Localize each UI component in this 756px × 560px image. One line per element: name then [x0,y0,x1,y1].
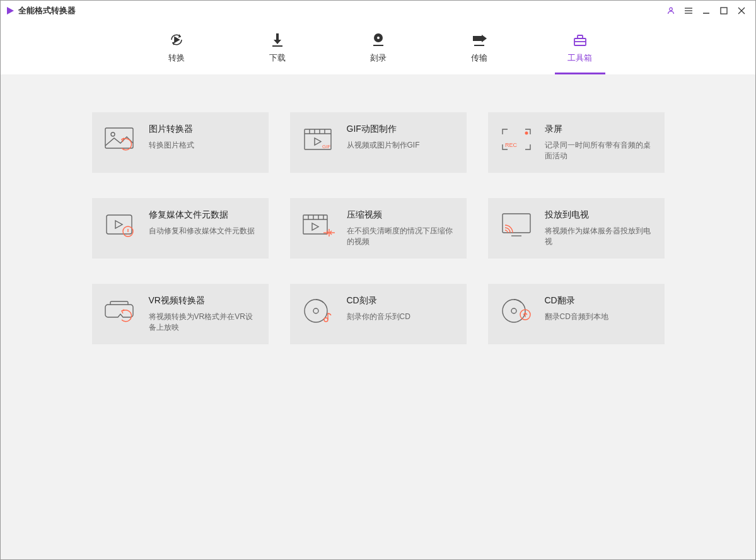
card-title: CD刻录 [347,295,457,306]
app-title: 全能格式转换器 [18,5,76,16]
card-desc: 将视频作为媒体服务器投放到电视 [545,226,654,247]
svg-point-23 [111,132,115,136]
tool-image-converter[interactable]: 图片转换器 转换图片格式 [92,112,269,173]
main-nav: 转换 下载 刻录 传输 工具箱 [1,21,755,74]
card-title: 投放到电视 [545,209,654,221]
vr-converter-icon [102,295,140,327]
svg-marker-30 [315,138,321,145]
nav-toolbox[interactable]: 工具箱 [555,27,605,74]
svg-marker-11 [274,40,281,44]
svg-marker-17 [482,35,487,42]
svg-rect-22 [105,128,133,148]
svg-rect-6 [721,8,727,14]
tool-cd-rip[interactable]: CD翻录 翻录CD音频到本地 [488,284,665,344]
titlebar: 全能格式转换器 [1,1,755,21]
cast-to-tv-icon [498,209,536,241]
svg-rect-12 [272,45,282,47]
svg-rect-10 [276,33,279,40]
svg-marker-35 [115,221,122,228]
tool-cast-to-tv[interactable]: 投放到电视 将视频作为媒体服务器投放到电视 [488,198,665,259]
svg-point-38 [127,233,129,235]
tool-screen-recorder[interactable]: REC 录屏 记录同一时间所有带有音频的桌面活动 [488,112,665,173]
screen-recorder-icon: REC [498,124,536,155]
tool-gif-maker[interactable]: GIF GIF动图制作 从视频或图片制作GIF [290,112,467,173]
content-area: 图片转换器 转换图片格式 GIF GIF动图制作 从视频或图片制作GIF [1,74,755,559]
toolbox-icon [571,31,589,49]
nav-label: 工具箱 [567,52,592,64]
card-desc: 转换图片格式 [149,140,259,151]
cd-burn-icon [300,295,338,327]
svg-marker-45 [312,223,318,230]
svg-point-1 [670,8,673,11]
minimize-button[interactable] [697,2,715,20]
svg-point-53 [324,318,328,322]
tool-cd-burn[interactable]: CD刻录 刻录你的音乐到CD [290,284,467,344]
card-title: GIF动图制作 [347,124,457,135]
tool-fix-metadata[interactable]: 修复媒体文件元数据 自动修复和修改媒体文件元数据 [92,198,269,259]
card-title: VR视频转换器 [149,295,259,306]
menu-icon[interactable] [680,2,697,20]
nav-label: 传输 [471,52,487,64]
user-icon[interactable] [662,2,680,20]
burn-icon [369,31,387,49]
image-converter-icon [102,124,140,155]
card-desc: 从视频或图片制作GIF [347,140,457,151]
nav-label: 转换 [168,52,185,64]
svg-rect-16 [473,36,482,41]
tool-grid: 图片转换器 转换图片格式 GIF GIF动图制作 从视频或图片制作GIF [26,112,730,344]
svg-rect-21 [578,35,583,38]
svg-rect-49 [503,214,530,233]
convert-icon [168,31,185,49]
fix-metadata-icon [102,209,140,241]
card-title: 录屏 [545,124,654,135]
nav-download[interactable]: 下载 [252,27,303,74]
logo-icon [6,6,15,15]
card-title: 修复媒体文件元数据 [149,209,259,221]
nav-label: 下载 [269,52,286,64]
card-desc: 刻录你的音乐到CD [347,312,457,322]
gif-maker-icon: GIF [300,124,338,155]
transfer-icon [470,31,488,49]
maximize-button[interactable] [715,2,733,20]
download-icon [269,31,286,49]
cd-rip-icon [498,295,536,327]
card-desc: 将视频转换为VR格式并在VR设备上放映 [149,312,259,333]
card-title: 压缩视频 [347,209,457,221]
nav-burn[interactable]: 刻录 [353,27,404,74]
card-desc: 翻录CD音频到本地 [545,312,654,322]
svg-rect-18 [474,45,484,46]
svg-marker-0 [7,7,14,15]
card-desc: 自动修复和修改媒体文件元数据 [149,226,259,236]
svg-marker-9 [175,37,179,42]
tool-vr-converter[interactable]: VR视频转换器 将视频转换为VR格式并在VR设备上放映 [92,284,269,344]
svg-point-14 [377,37,380,39]
card-desc: 在不损失清晰度的情况下压缩你的视频 [347,226,457,247]
svg-point-55 [511,308,516,313]
svg-text:GIF: GIF [322,144,330,149]
svg-point-52 [313,308,318,313]
card-title: 图片转换器 [149,124,259,135]
card-desc: 记录同一时间所有带有音频的桌面活动 [545,140,654,161]
svg-rect-15 [373,45,383,46]
nav-convert[interactable]: 转换 [151,27,202,74]
compress-video-icon [300,209,338,241]
tool-compress-video[interactable]: 压缩视频 在不损失清晰度的情况下压缩你的视频 [290,198,467,259]
svg-point-32 [525,132,528,135]
app-logo: 全能格式转换器 [6,5,76,16]
nav-transfer[interactable]: 传输 [454,27,504,74]
svg-text:REC: REC [505,142,518,148]
nav-label: 刻录 [370,52,387,64]
card-title: CD翻录 [545,295,654,306]
close-button[interactable] [733,2,750,20]
